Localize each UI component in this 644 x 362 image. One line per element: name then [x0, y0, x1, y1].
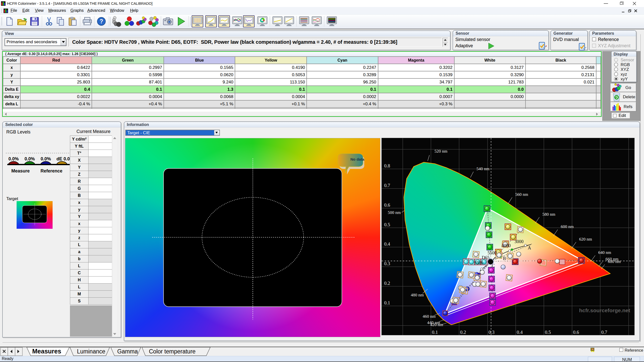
svg-text:580 nm: 580 nm [542, 212, 555, 217]
svg-text:520 nm: 520 nm [434, 149, 447, 154]
svg-text:0.4: 0.4 [384, 241, 390, 247]
svg-text:XYZ: XYZ [621, 67, 629, 72]
svg-text:560 nm: 560 nm [515, 192, 528, 197]
svg-text:xyY: xyY [621, 77, 628, 81]
svg-text:A: A [528, 245, 531, 250]
svg-text:Gamma: Gamma [117, 348, 138, 355]
svg-text:Color temperature: Color temperature [149, 348, 195, 355]
svg-text:No data: No data [350, 157, 365, 161]
svg-text:D65: D65 [482, 255, 490, 260]
svg-text:500 nm: 500 nm [388, 210, 401, 215]
svg-text:620 nm: 620 nm [579, 237, 592, 242]
svg-text:0.0%: 0.0% [8, 156, 19, 161]
svg-text:0.7: 0.7 [384, 183, 390, 188]
svg-text:0.8: 0.8 [384, 163, 390, 168]
svg-text:Luminance: Luminance [77, 348, 105, 355]
svg-text:480 nm: 480 nm [411, 293, 424, 297]
svg-text:Measures: Measures [32, 348, 61, 355]
svg-text:0.2: 0.2 [384, 281, 390, 286]
svg-text:460 nm: 460 nm [423, 314, 435, 319]
svg-text:540 nm: 540 nm [476, 166, 489, 171]
svg-text:0.4: 0.4 [517, 330, 523, 335]
svg-text:B: B [503, 256, 506, 261]
svg-text:dE 0.0: dE 0.0 [56, 156, 70, 161]
svg-text:xyz: xyz [621, 72, 627, 77]
svg-text:0.1: 0.1 [432, 330, 438, 335]
svg-text:0.2: 0.2 [460, 330, 466, 335]
svg-text:0.3: 0.3 [489, 330, 495, 335]
svg-text:0.5: 0.5 [545, 330, 551, 335]
svg-text:hcfr.sourceforge.net: hcfr.sourceforge.net [579, 307, 630, 313]
svg-text:3000: 3000 [514, 239, 524, 244]
svg-text:Sensor: Sensor [621, 58, 634, 62]
svg-text:0.5: 0.5 [384, 222, 390, 227]
svg-text:0.0%: 0.0% [24, 156, 35, 161]
svg-text:RGB: RGB [621, 62, 630, 67]
svg-text:420 nm: 420 nm [430, 322, 443, 327]
svg-text:?: ? [100, 18, 103, 25]
svg-text:0.3: 0.3 [384, 261, 390, 266]
svg-text:4000: 4000 [502, 243, 511, 248]
svg-text:0.1: 0.1 [384, 300, 390, 305]
svg-text:0.6: 0.6 [384, 202, 390, 208]
svg-text:680 nm: 680 nm [608, 259, 621, 264]
svg-text:0.0%: 0.0% [41, 156, 51, 161]
svg-text:0.7: 0.7 [601, 330, 607, 335]
svg-text:640 nm: 640 nm [598, 250, 611, 255]
svg-text:9300: 9300 [474, 260, 483, 265]
svg-text:5500: 5500 [488, 250, 497, 255]
svg-text:0.6: 0.6 [573, 330, 579, 335]
svg-text:600 nm: 600 nm [561, 224, 574, 229]
svg-text:C: C [492, 263, 495, 268]
